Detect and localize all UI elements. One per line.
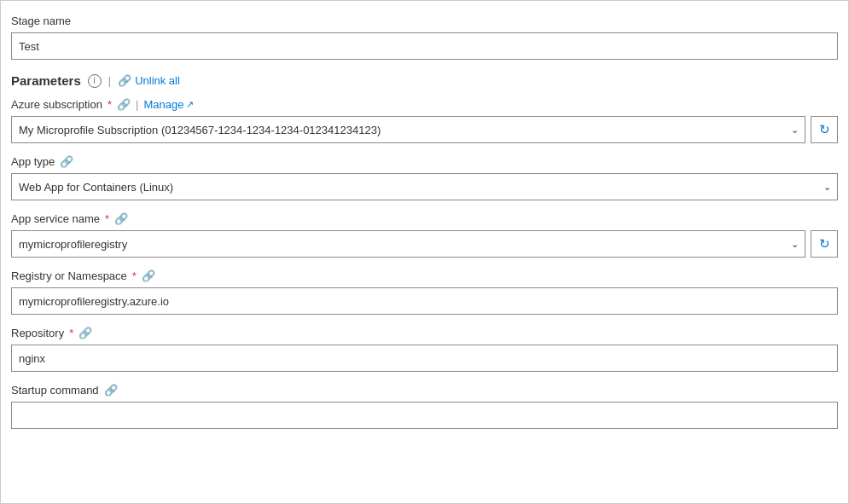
- app-type-label-row: App type 🔗: [11, 155, 838, 168]
- app-service-name-link-icon[interactable]: 🔗: [114, 212, 128, 225]
- registry-namespace-label-row: Registry or Namespace * 🔗: [11, 269, 838, 282]
- azure-subscription-refresh-button[interactable]: ↻: [811, 116, 838, 143]
- parameters-header: Parameters i | 🔗 Unlink all: [11, 73, 838, 88]
- form-container: Stage name Parameters i | 🔗 Unlink all A…: [0, 0, 849, 504]
- registry-namespace-field: Registry or Namespace * 🔗: [11, 269, 838, 315]
- app-service-name-required: *: [105, 212, 109, 225]
- app-service-name-input-row: mymicroprofileregistry ⌄ ↻: [11, 230, 838, 258]
- repository-required: *: [69, 327, 73, 339]
- azure-subscription-required: *: [108, 98, 112, 111]
- external-icon: ↗: [186, 99, 194, 110]
- app-service-name-select[interactable]: mymicroprofileregistry: [11, 230, 805, 258]
- azure-subscription-label-row: Azure subscription * 🔗 | Manage ↗: [11, 98, 838, 111]
- registry-namespace-required: *: [132, 269, 137, 282]
- registry-namespace-label: Registry or Namespace: [11, 269, 127, 282]
- app-service-name-wrapper: mymicroprofileregistry ⌄: [11, 230, 805, 258]
- unlink-all-label: Unlink all: [135, 74, 180, 87]
- azure-subscription-link-icon[interactable]: 🔗: [117, 98, 131, 111]
- unlink-all-button[interactable]: 🔗 Unlink all: [118, 74, 180, 87]
- azure-subscription-field: Azure subscription * 🔗 | Manage ↗ My Mic…: [11, 98, 838, 143]
- azure-subscription-wrapper: My Microprofile Subscription (01234567-1…: [11, 116, 805, 143]
- manage-label: Manage: [143, 98, 183, 111]
- app-service-refresh-icon: ↻: [819, 236, 830, 252]
- link-icon: 🔗: [118, 74, 131, 87]
- app-service-name-label-row: App service name * 🔗: [11, 212, 838, 225]
- app-type-field: App type 🔗 Web App for Containers (Linux…: [11, 155, 838, 200]
- app-service-name-label: App service name: [11, 212, 100, 225]
- app-service-name-field: App service name * 🔗 mymicroprofileregis…: [11, 212, 838, 258]
- startup-command-link-icon[interactable]: 🔗: [104, 384, 118, 397]
- app-service-name-refresh-button[interactable]: ↻: [811, 230, 838, 258]
- stage-name-section: Stage name: [11, 14, 838, 60]
- stage-name-label: Stage name: [11, 14, 838, 27]
- app-type-wrapper: Web App for Containers (Linux) ⌄: [11, 173, 838, 200]
- repository-input[interactable]: [11, 345, 838, 372]
- repository-label: Repository: [11, 327, 64, 339]
- startup-command-input[interactable]: [11, 402, 838, 429]
- azure-subscription-select[interactable]: My Microprofile Subscription (01234567-1…: [11, 116, 805, 143]
- app-type-link-icon[interactable]: 🔗: [60, 155, 73, 168]
- manage-link[interactable]: Manage ↗: [143, 98, 194, 111]
- sub-divider: |: [136, 98, 138, 111]
- app-type-label: App type: [11, 155, 55, 168]
- startup-command-field: Startup command 🔗: [11, 384, 838, 429]
- repository-field: Repository * 🔗: [11, 327, 838, 372]
- azure-subscription-input-row: My Microprofile Subscription (01234567-1…: [11, 116, 838, 143]
- registry-namespace-link-icon[interactable]: 🔗: [142, 269, 155, 282]
- repository-label-row: Repository * 🔗: [11, 327, 838, 339]
- refresh-icon: ↻: [819, 122, 830, 137]
- app-type-select[interactable]: Web App for Containers (Linux): [11, 173, 838, 200]
- registry-namespace-input[interactable]: [11, 287, 838, 315]
- startup-command-label: Startup command: [11, 384, 99, 397]
- header-divider: |: [108, 74, 111, 87]
- stage-name-input[interactable]: [11, 32, 838, 60]
- repository-link-icon[interactable]: 🔗: [79, 327, 92, 339]
- startup-command-label-row: Startup command 🔗: [11, 384, 838, 397]
- parameters-title: Parameters: [11, 73, 81, 88]
- azure-subscription-label: Azure subscription: [11, 98, 102, 111]
- info-icon[interactable]: i: [88, 74, 102, 88]
